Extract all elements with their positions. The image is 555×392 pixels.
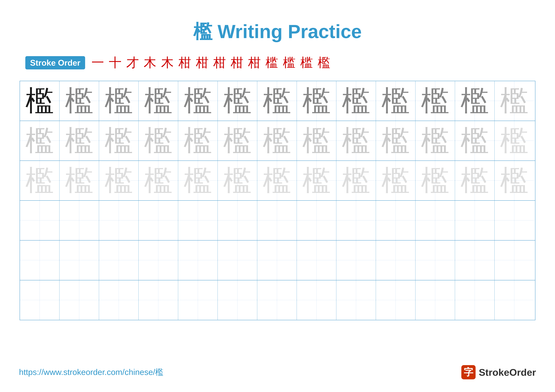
grid-cell-5-10[interactable] [416, 280, 455, 320]
practice-char: 檻 [25, 121, 54, 160]
grid-cell-4-4[interactable] [178, 241, 218, 280]
grid-cell-2-6[interactable]: 檻 [257, 161, 297, 200]
grid-cell-2-4[interactable]: 檻 [178, 161, 218, 200]
grid-cell-1-2[interactable]: 檻 [99, 121, 139, 161]
grid-cell-3-10[interactable] [416, 201, 455, 240]
grid-cell-5-5[interactable] [218, 280, 257, 320]
grid-cell-4-12[interactable] [495, 241, 534, 280]
grid-cell-0-4[interactable]: 檻 [178, 81, 218, 121]
grid-cell-2-9[interactable]: 檻 [376, 161, 416, 200]
grid-cell-0-3[interactable]: 檻 [139, 81, 178, 121]
grid-cell-3-2[interactable] [99, 201, 139, 240]
grid-cell-3-4[interactable] [178, 201, 218, 240]
grid-cell-2-5[interactable]: 檻 [218, 161, 257, 200]
practice-char: 檻 [144, 121, 173, 160]
practice-char: 檻 [342, 121, 370, 160]
grid-cell-5-1[interactable] [59, 280, 99, 320]
grid-cell-3-9[interactable] [376, 201, 416, 240]
grid-cell-4-0[interactable] [20, 241, 59, 280]
grid-cell-4-9[interactable] [376, 241, 416, 280]
practice-char: 檻 [342, 82, 370, 120]
grid-cell-5-8[interactable] [336, 280, 376, 320]
grid-cell-3-3[interactable] [139, 201, 178, 240]
grid-cell-0-10[interactable]: 檻 [416, 81, 455, 121]
grid-cell-4-7[interactable] [297, 241, 336, 280]
grid-cell-4-5[interactable] [218, 241, 257, 280]
grid-cell-2-12[interactable]: 檻 [495, 161, 534, 200]
grid-cell-5-2[interactable] [99, 280, 139, 320]
grid-cell-1-4[interactable]: 檻 [178, 121, 218, 161]
grid-cell-5-12[interactable] [495, 280, 534, 320]
grid-cell-5-6[interactable] [257, 280, 297, 320]
grid-cell-1-9[interactable]: 檻 [376, 121, 416, 161]
grid-cell-1-6[interactable]: 檻 [257, 121, 297, 161]
grid-cell-1-11[interactable]: 檻 [455, 121, 495, 161]
practice-char: 檻 [460, 161, 489, 200]
stroke-step-11: 槛 [283, 54, 296, 71]
stroke-step-9: 柑 [248, 54, 261, 71]
stroke-step-6: 柑 [196, 54, 209, 71]
grid-cell-2-3[interactable]: 檻 [139, 161, 178, 200]
stroke-step-3: 木 [144, 54, 156, 71]
footer-url: https://www.strokeorder.com/chinese/檻 [19, 367, 163, 378]
grid-cell-2-11[interactable]: 檻 [455, 161, 495, 200]
grid-cell-5-7[interactable] [297, 280, 336, 320]
grid-cell-4-2[interactable] [99, 241, 139, 280]
grid-cell-0-9[interactable]: 檻 [376, 81, 416, 121]
practice-char: 檻 [263, 121, 291, 160]
grid-cell-3-6[interactable] [257, 201, 297, 240]
grid-cell-4-3[interactable] [139, 241, 178, 280]
grid-cell-4-1[interactable] [59, 241, 99, 280]
grid-cell-3-11[interactable] [455, 201, 495, 240]
grid-cell-0-8[interactable]: 檻 [336, 81, 376, 121]
grid-cell-4-6[interactable] [257, 241, 297, 280]
grid-cell-1-10[interactable]: 檻 [416, 121, 455, 161]
practice-char: 檻 [65, 161, 94, 200]
grid-cell-5-4[interactable] [178, 280, 218, 320]
grid-cell-0-0[interactable]: 檻 [20, 81, 59, 121]
grid-cell-3-1[interactable] [59, 201, 99, 240]
grid-cell-2-8[interactable]: 檻 [336, 161, 376, 200]
grid-cell-2-1[interactable]: 檻 [59, 161, 99, 200]
grid-cell-1-0[interactable]: 檻 [20, 121, 59, 161]
stroke-step-13: 檻 [318, 54, 330, 71]
grid-cell-3-7[interactable] [297, 201, 336, 240]
page-title: 檻 Writing Practice [193, 19, 362, 45]
practice-char: 檻 [302, 161, 331, 200]
grid-cell-0-5[interactable]: 檻 [218, 81, 257, 121]
grid-cell-0-2[interactable]: 檻 [99, 81, 139, 121]
grid-cell-0-12[interactable]: 檻 [495, 81, 534, 121]
grid-cell-4-11[interactable] [455, 241, 495, 280]
grid-cell-0-11[interactable]: 檻 [455, 81, 495, 121]
grid-cell-5-0[interactable] [20, 280, 59, 320]
grid-cell-0-1[interactable]: 檻 [59, 81, 99, 121]
grid-cell-3-12[interactable] [495, 201, 534, 240]
grid-cell-1-5[interactable]: 檻 [218, 121, 257, 161]
grid-cell-1-7[interactable]: 檻 [297, 121, 336, 161]
grid-row-2: 檻檻檻檻檻檻檻檻檻檻檻檻檻 [20, 161, 535, 201]
grid-cell-4-10[interactable] [416, 241, 455, 280]
grid-cell-2-7[interactable]: 檻 [297, 161, 336, 200]
grid-cell-2-10[interactable]: 檻 [416, 161, 455, 200]
grid-cell-2-0[interactable]: 檻 [20, 161, 59, 200]
grid-cell-3-8[interactable] [336, 201, 376, 240]
practice-char: 檻 [342, 161, 370, 200]
stroke-step-4: 木 [161, 54, 174, 71]
grid-cell-5-11[interactable] [455, 280, 495, 320]
grid-cell-1-8[interactable]: 檻 [336, 121, 376, 161]
grid-cell-5-3[interactable] [139, 280, 178, 320]
grid-cell-3-0[interactable] [20, 201, 59, 240]
grid-cell-1-12[interactable]: 檻 [495, 121, 534, 161]
grid-cell-4-8[interactable] [336, 241, 376, 280]
footer-logo: 字 StrokeOrder [461, 365, 536, 379]
practice-char: 檻 [500, 161, 529, 200]
grid-cell-0-6[interactable]: 檻 [257, 81, 297, 121]
grid-cell-2-2[interactable]: 檻 [99, 161, 139, 200]
grid-cell-1-3[interactable]: 檻 [139, 121, 178, 161]
stroke-step-0: 一 [91, 54, 104, 71]
grid-cell-1-1[interactable]: 檻 [59, 121, 99, 161]
grid-cell-5-9[interactable] [376, 280, 416, 320]
grid-row-4 [20, 241, 535, 280]
grid-cell-0-7[interactable]: 檻 [297, 81, 336, 121]
grid-cell-3-5[interactable] [218, 201, 257, 240]
